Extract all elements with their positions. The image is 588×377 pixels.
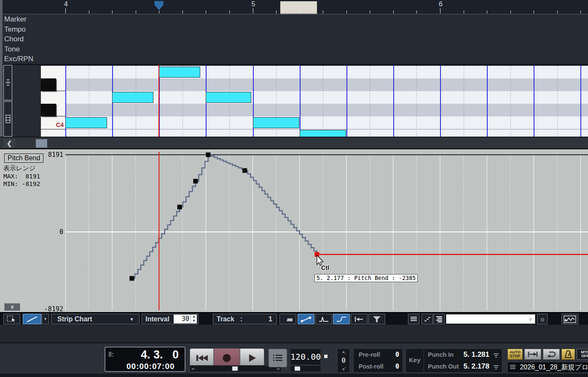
funnel-filter-icon bbox=[372, 316, 381, 323]
playhead-marker-point bbox=[154, 5, 164, 10]
ruler-tick bbox=[300, 11, 300, 13]
key-label[interactable]: Key bbox=[409, 356, 421, 364]
pulse-shape-button[interactable] bbox=[315, 314, 332, 324]
project-name: 2026_01_28_新規プロ bbox=[520, 364, 588, 371]
time-value: 00:00:07:00 bbox=[126, 362, 175, 371]
skip-to-end-button[interactable] bbox=[524, 349, 541, 360]
event-lane-label[interactable]: Chord bbox=[0, 34, 588, 44]
snap-to-start-button[interactable] bbox=[351, 314, 368, 324]
metronome-button[interactable] bbox=[561, 349, 575, 360]
midi-note-d4[interactable] bbox=[112, 92, 153, 103]
tool-dropdown-button[interactable]: ▼ bbox=[42, 314, 49, 324]
vertical-zoom-button[interactable] bbox=[3, 65, 12, 100]
midi-note-c4[interactable] bbox=[253, 117, 299, 128]
position-slider[interactable]: ◂ıl lı▸ bbox=[190, 365, 282, 372]
curve-shape-button[interactable] bbox=[298, 314, 314, 324]
midi-note-c4[interactable] bbox=[65, 117, 107, 128]
event-lane-label[interactable]: Marker bbox=[0, 14, 588, 24]
y-axis-zero-label: 0 bbox=[43, 228, 63, 236]
position-slider-handle[interactable] bbox=[232, 366, 238, 371]
control-point[interactable] bbox=[193, 179, 198, 183]
pitch-bend-chart[interactable] bbox=[65, 151, 588, 310]
piano-keyboard[interactable]: C4 bbox=[41, 66, 65, 137]
control-point[interactable] bbox=[206, 153, 210, 157]
control-point[interactable] bbox=[129, 276, 134, 281]
punch-region-marker[interactable] bbox=[280, 1, 317, 14]
midi-note-d4[interactable] bbox=[206, 92, 251, 103]
position-display[interactable]: ‖: 4. 3. 0 00:00:07:00 bbox=[105, 347, 185, 372]
half-beat-line bbox=[557, 66, 558, 137]
event-lane-label[interactable]: Exc/RPN bbox=[0, 54, 588, 64]
loop-button[interactable] bbox=[543, 349, 560, 360]
black-key[interactable] bbox=[41, 104, 56, 116]
event-list-button[interactable] bbox=[3, 101, 12, 137]
ruler-tick bbox=[65, 8, 66, 13]
punch-out-filter-icon[interactable] bbox=[493, 365, 499, 370]
mixed-view-button[interactable] bbox=[433, 314, 445, 324]
beat-line bbox=[580, 66, 581, 137]
pitch-bend-svg bbox=[65, 151, 588, 310]
step-view-button[interactable] bbox=[422, 314, 433, 324]
tempo-slider[interactable] bbox=[290, 365, 321, 372]
auto-stop-button[interactable]: AUTOSTOP bbox=[507, 349, 523, 360]
view-mode-select[interactable]: Strip Chart ▼ bbox=[51, 314, 140, 324]
ruler-tick bbox=[370, 11, 370, 13]
punch-in-label: Punch In bbox=[428, 351, 454, 358]
interval-input[interactable]: 30 bbox=[174, 315, 191, 323]
midi-note-b3[interactable] bbox=[300, 130, 346, 137]
scroll-left-button[interactable]: ❮ bbox=[3, 139, 15, 148]
horizontal-scrollbar[interactable]: ❮ bbox=[0, 137, 588, 148]
postroll-value[interactable]: 0 bbox=[395, 363, 399, 370]
note-grid[interactable] bbox=[65, 65, 588, 137]
control-point[interactable] bbox=[242, 168, 247, 173]
beat-line bbox=[300, 66, 301, 137]
indented-list-icon bbox=[436, 316, 443, 323]
preroll-value[interactable]: 0 bbox=[395, 351, 399, 358]
octave-separator bbox=[41, 129, 65, 129]
scrollbar-thumb[interactable] bbox=[36, 139, 47, 148]
black-key[interactable] bbox=[41, 78, 56, 91]
wave-editor-button[interactable] bbox=[561, 314, 578, 324]
ruler-tick bbox=[393, 11, 394, 13]
timeline-ruler[interactable]: 456 bbox=[0, 0, 588, 14]
mtc-toggle-button[interactable]: MTCOFF bbox=[577, 349, 588, 360]
interval-spinner[interactable]: ▲▼ bbox=[191, 315, 197, 323]
beat-line bbox=[346, 66, 347, 137]
line-tool-icon bbox=[26, 316, 38, 323]
event-lane-label[interactable]: Tone bbox=[0, 44, 588, 54]
select-tool-button[interactable] bbox=[3, 314, 20, 324]
punch-in-value[interactable]: 5. 1.281 bbox=[464, 350, 489, 359]
playhead-marker[interactable] bbox=[154, 1, 164, 10]
punch-in-filter-icon[interactable] bbox=[493, 353, 499, 358]
project-name-bar[interactable]: 2026_01_28_新規プロ bbox=[507, 362, 588, 373]
preset-combobox[interactable]: ∨ bbox=[446, 314, 535, 324]
track-value[interactable]: 1 bbox=[268, 315, 272, 323]
punch-panel: Key Punch In 5. 1.281 Punch Out 5. 2.178 bbox=[405, 348, 502, 373]
project-list-icon[interactable] bbox=[510, 365, 516, 370]
chart-background[interactable] bbox=[65, 151, 588, 310]
midi-note-e4[interactable] bbox=[159, 67, 200, 78]
pitch-row-cs4 bbox=[65, 104, 588, 116]
octave-spinner[interactable]: ▲̲ 0 ▼̅ bbox=[337, 348, 350, 373]
scurve-shape-button[interactable] bbox=[333, 314, 350, 324]
control-point[interactable] bbox=[177, 205, 182, 210]
filter-button[interactable] bbox=[368, 314, 385, 324]
tempo-slider-handle[interactable] bbox=[295, 366, 300, 371]
event-list-view-button[interactable] bbox=[408, 314, 419, 324]
event-lane-label[interactable]: Tempo bbox=[0, 24, 588, 35]
tempo-display[interactable]: 120.00 bbox=[290, 348, 321, 365]
chevron-down-icon: ▼ bbox=[44, 317, 47, 321]
spin-up-icon[interactable]: ▲̲ bbox=[338, 350, 349, 354]
controller-title[interactable]: Pitch Bend bbox=[4, 153, 43, 163]
metronome-icon bbox=[564, 350, 572, 358]
punch-out-value[interactable]: 5. 2.178 bbox=[464, 362, 489, 371]
event-list-button[interactable] bbox=[268, 349, 287, 367]
track-group: Track : 1 bbox=[213, 314, 277, 324]
ramp-shape-button[interactable] bbox=[279, 314, 296, 324]
settings-button[interactable]: ☼ bbox=[537, 314, 548, 324]
playhead-line[interactable] bbox=[158, 65, 159, 137]
ruler-tick bbox=[112, 11, 113, 13]
collapse-lane-button[interactable]: ∨ bbox=[4, 303, 20, 311]
spin-down-icon[interactable]: ▼̅ bbox=[338, 367, 349, 372]
line-tool-button[interactable] bbox=[23, 314, 41, 324]
